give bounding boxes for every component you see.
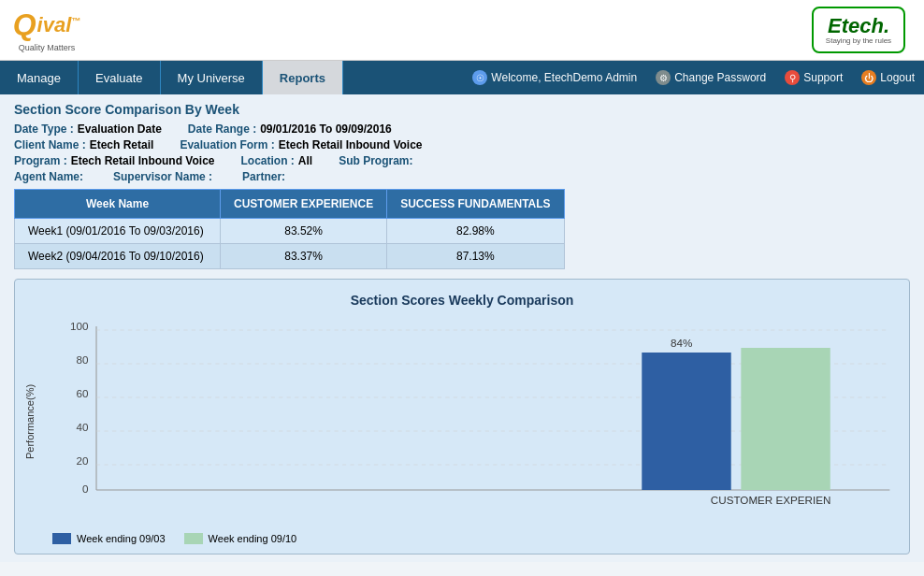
row2-customer-exp: 83.37% (221, 244, 387, 269)
table-row: Week2 (09/04/2016 To 09/10/2016) 83.37% … (15, 244, 565, 269)
user-icon: ☉ (472, 70, 487, 85)
col-success-fund: SUCCESS FUNDAMENTALS (387, 190, 564, 219)
nav-my-universe[interactable]: My Universe (161, 61, 263, 94)
etech-circle: Etech. Staying by the rules (812, 7, 905, 53)
navbar: Manage Evaluate My Universe Reports ☉ We… (0, 61, 924, 94)
nav-welcome: ☉ Welcome, EtechDemo Admin (463, 61, 646, 94)
agent-name-label: Agent Name: (14, 170, 83, 183)
nav-change-password[interactable]: ⚙ Change Password (646, 61, 775, 94)
sub-program-label: Sub Program: (339, 154, 412, 167)
date-type-value: Evaluation Date (78, 122, 162, 136)
svg-text:100: 100 (70, 321, 88, 332)
eval-form-value: Etech Retail Inbound Voice (279, 138, 423, 151)
chart-svg: 100 80 60 40 20 0 8 (47, 317, 900, 523)
etech-sub: Staying by the rules (826, 36, 891, 45)
row2-success-fund: 87.13% (387, 244, 564, 269)
logout-icon: ⏻ (861, 70, 876, 85)
col-week-name: Week Name (15, 190, 221, 219)
chart-legend: Week ending 09/03 Week ending 09/10 (24, 533, 900, 544)
support-icon: ⚲ (785, 70, 800, 85)
legend-color-week1 (52, 533, 71, 544)
gear-icon: ⚙ (656, 70, 671, 85)
logo-area: Q ival ™ Quality Matters (9, 5, 84, 56)
nav-reports[interactable]: Reports (263, 61, 343, 94)
qval-sub: Quality Matters (19, 43, 76, 52)
date-range-value: 09/01/2016 To 09/09/2016 (260, 122, 392, 136)
filter-row-1: Date Type : Evaluation Date Date Range :… (14, 122, 910, 136)
partner-label: Partner: (242, 170, 285, 183)
legend-item-week1: Week ending 09/03 (52, 533, 166, 544)
legend-color-week2 (184, 533, 203, 544)
eval-form-label: Evaluation Form : (180, 138, 274, 151)
bar-week1-customer-exp (642, 353, 730, 490)
row1-week: Week1 (09/01/2016 To 09/03/2016) (15, 219, 221, 244)
row2-week: Week2 (09/04/2016 To 09/10/2016) (15, 244, 221, 269)
qval-tm: ™ (71, 16, 80, 26)
scores-table: Week Name CUSTOMER EXPERIENCE SUCCESS FU… (14, 189, 565, 269)
nav-right: ☉ Welcome, EtechDemo Admin ⚙ Change Pass… (463, 61, 924, 94)
data-table-container: Week Name CUSTOMER EXPERIENCE SUCCESS FU… (14, 189, 910, 269)
row1-customer-exp: 83.52% (221, 219, 387, 244)
program-label: Program : (14, 154, 67, 167)
nav-evaluate[interactable]: Evaluate (79, 61, 161, 94)
col-customer-exp: CUSTOMER EXPERIENCE (221, 190, 387, 219)
filter-row-2: Client Name : Etech Retail Evaluation Fo… (14, 138, 910, 151)
client-name-label: Client Name : (14, 138, 86, 151)
header: Q ival ™ Quality Matters Etech. Staying … (0, 0, 924, 61)
etech-name: Etech. (828, 16, 889, 36)
section-title: Section Score Comparison By Week (14, 102, 910, 117)
qval-ival: ival (37, 13, 72, 37)
filters: Date Type : Evaluation Date Date Range :… (14, 122, 910, 183)
supervisor-name-label: Supervisor Name : (113, 170, 212, 183)
svg-text:84%: 84% (671, 338, 692, 349)
svg-text:CUSTOMER EXPERIEN: CUSTOMER EXPERIEN (711, 495, 831, 506)
svg-text:60: 60 (77, 388, 89, 399)
location-label: Location : (240, 154, 294, 167)
table-row: Week1 (09/01/2016 To 09/03/2016) 83.52% … (15, 219, 565, 244)
nav-support[interactable]: ⚲ Support (775, 61, 852, 94)
filter-row-4: Agent Name: Supervisor Name : Partner: (14, 170, 910, 183)
svg-text:80: 80 (77, 354, 89, 366)
nav-logout[interactable]: ⏻ Logout (852, 61, 924, 94)
filter-row-3: Program : Etech Retail Inbound Voice Loc… (14, 154, 910, 167)
date-range-label: Date Range : (188, 122, 256, 136)
chart-wrap: Performance(%) 100 80 60 40 20 0 (24, 317, 900, 526)
chart-inner: 100 80 60 40 20 0 8 (47, 317, 900, 526)
logo-qval: Q ival ™ Quality Matters (9, 5, 84, 56)
date-type-label: Date Type : (14, 122, 74, 136)
chart-container: Section Scores Weekly Comparison Perform… (14, 279, 910, 554)
content-area: Section Score Comparison By Week Date Ty… (0, 94, 924, 562)
chart-y-label: Performance(%) (24, 317, 43, 526)
legend-label-week2: Week ending 09/10 (209, 533, 297, 544)
svg-text:20: 20 (77, 455, 89, 467)
chart-title: Section Scores Weekly Comparison (24, 293, 900, 308)
nav-manage[interactable]: Manage (0, 61, 79, 94)
row1-success-fund: 82.98% (387, 219, 564, 244)
qval-q: Q (13, 7, 36, 42)
bar-week2-customer-exp (741, 348, 830, 490)
legend-label-week1: Week ending 09/03 (77, 533, 166, 544)
program-value: Etech Retail Inbound Voice (71, 154, 215, 167)
svg-text:40: 40 (77, 422, 89, 433)
logo-etech: Etech. Staying by the rules (802, 5, 915, 56)
location-value: All (298, 154, 312, 167)
legend-item-week2: Week ending 09/10 (184, 533, 297, 544)
svg-text:0: 0 (82, 483, 88, 495)
client-name-value: Etech Retail (90, 138, 154, 151)
